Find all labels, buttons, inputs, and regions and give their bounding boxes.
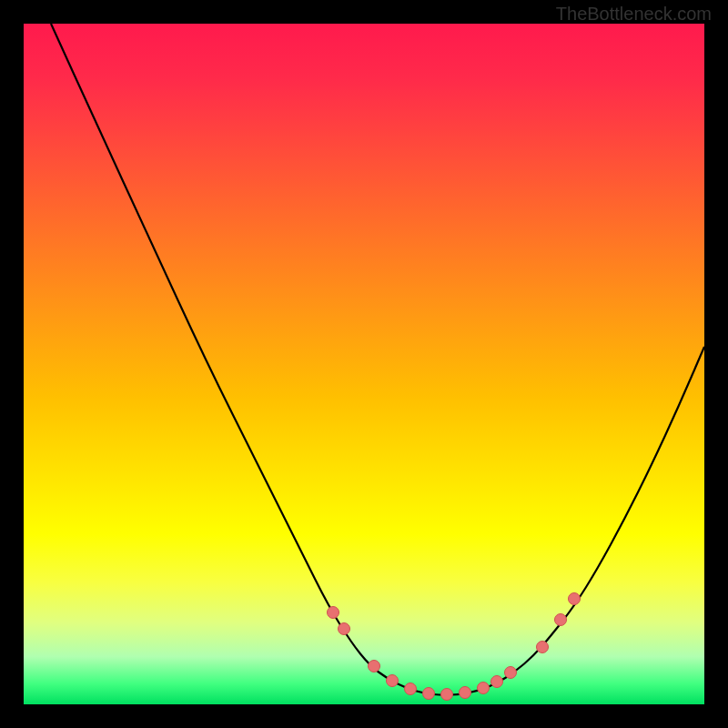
bottleneck-chart <box>24 24 704 704</box>
bottleneck-curve-line <box>51 24 704 695</box>
highlight-dot <box>387 675 399 687</box>
highlight-dot <box>491 676 503 688</box>
highlight-dot <box>460 687 471 699</box>
highlight-dot <box>369 661 380 672</box>
highlight-dot <box>505 667 517 679</box>
watermark-text: TheBottleneck.com <box>556 4 712 25</box>
highlight-dot <box>405 683 417 695</box>
highlight-dot <box>569 593 581 605</box>
highlight-dot <box>478 682 490 694</box>
highlight-dot <box>328 607 339 619</box>
highlight-dot <box>423 688 435 700</box>
highlight-dot <box>555 614 567 626</box>
highlight-dots-group <box>328 593 581 701</box>
highlight-dot <box>537 642 549 653</box>
highlight-dot <box>339 623 350 635</box>
highlight-dot <box>441 689 453 701</box>
